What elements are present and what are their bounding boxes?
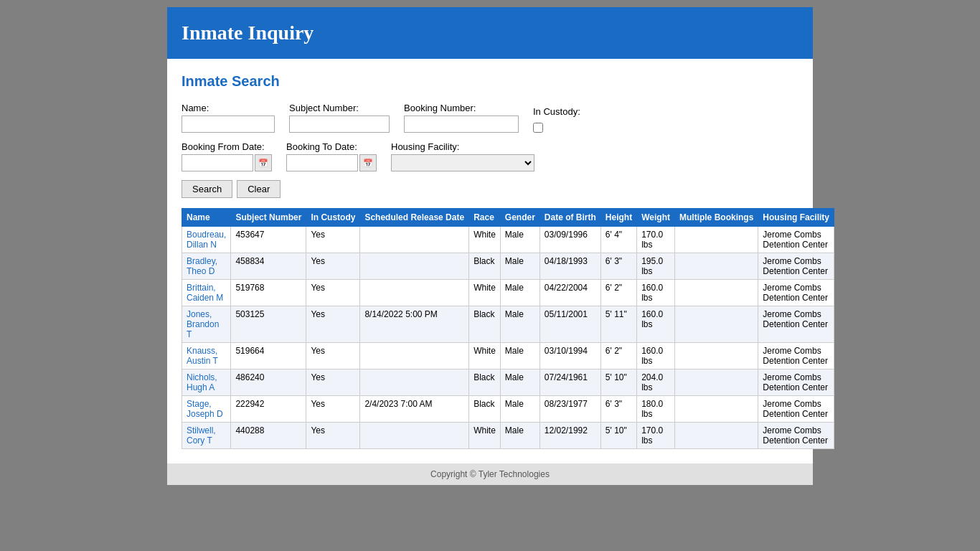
table-cell: 160.0 lbs [637, 280, 675, 306]
table-cell: 486240 [231, 369, 306, 396]
table-cell: Male [500, 280, 540, 306]
table-cell [674, 396, 758, 423]
table-cell[interactable]: Bradley, Theo D [182, 253, 231, 280]
table-cell: 160.0 lbs [637, 343, 675, 369]
table-cell[interactable]: Stilwell, Cory T [182, 423, 231, 449]
housing-facility-group: Housing Facility: Jerome Combs Detention… [391, 141, 534, 171]
footer: Copyright © Tyler Technologies [167, 463, 813, 485]
form-buttons: Search Clear [182, 180, 798, 198]
in-custody-label: In Custody: [533, 106, 580, 117]
inmate-name-link[interactable]: Nichols, Hugh A [187, 372, 217, 392]
table-row: Bradley, Theo D458834YesBlackMale04/18/1… [182, 253, 834, 280]
table-row: Boudreau, Dillan N453647YesWhiteMale03/0… [182, 227, 834, 253]
table-cell: 170.0 lbs [637, 227, 675, 253]
search-button[interactable]: Search [182, 180, 232, 198]
table-cell: White [469, 343, 501, 369]
inmate-name-link[interactable]: Knauss, Austin T [187, 346, 218, 366]
page-title: Inmate Search [182, 73, 798, 90]
table-cell: 6' 3" [600, 396, 636, 423]
inmate-name-link[interactable]: Bradley, Theo D [187, 256, 217, 276]
table-cell: 458834 [231, 253, 306, 280]
table-cell[interactable]: Stage, Joseph D [182, 396, 231, 423]
col-subject-number: Subject Number [231, 209, 306, 227]
housing-facility-label: Housing Facility: [391, 141, 534, 152]
table-cell [674, 227, 758, 253]
table-cell: Yes [306, 280, 360, 306]
table-cell: Yes [306, 253, 360, 280]
col-scheduled-release: Scheduled Release Date [360, 209, 469, 227]
app-header: Inmate Inquiry [167, 7, 813, 59]
table-cell: White [469, 423, 501, 449]
inmate-name-link[interactable]: Stilwell, Cory T [187, 425, 216, 446]
table-cell: Jerome Combs Detention Center [758, 396, 834, 423]
table-cell: 204.0 lbs [637, 369, 675, 396]
booking-to-label: Booking To Date: [286, 141, 377, 152]
table-cell[interactable]: Knauss, Austin T [182, 343, 231, 369]
table-header-row: Name Subject Number In Custody Scheduled… [182, 209, 834, 227]
col-gender: Gender [500, 209, 540, 227]
table-cell: Jerome Combs Detention Center [758, 227, 834, 253]
inmate-name-link[interactable]: Stage, Joseph D [187, 399, 223, 419]
table-cell: 170.0 lbs [637, 423, 675, 449]
booking-from-input[interactable]: 08/12/2022 [182, 154, 253, 171]
table-cell[interactable]: Nichols, Hugh A [182, 369, 231, 396]
table-cell: 6' 3" [600, 253, 636, 280]
table-cell [674, 280, 758, 306]
table-cell: Black [469, 369, 501, 396]
subject-number-input[interactable] [289, 116, 390, 133]
table-cell: 05/11/2001 [540, 306, 600, 343]
in-custody-checkbox[interactable] [533, 123, 543, 133]
col-name: Name [182, 209, 231, 227]
table-cell [360, 253, 469, 280]
table-cell: Male [500, 227, 540, 253]
table-cell [674, 369, 758, 396]
table-cell: 440288 [231, 423, 306, 449]
table-cell: White [469, 280, 501, 306]
table-cell [674, 423, 758, 449]
table-cell: 8/14/2022 5:00 PM [360, 306, 469, 343]
table-row: Jones, Brandon T503125Yes8/14/2022 5:00 … [182, 306, 834, 343]
table-row: Stage, Joseph D222942Yes2/4/2023 7:00 AM… [182, 396, 834, 423]
table-cell: 6' 4" [600, 227, 636, 253]
booking-from-calendar-button[interactable]: 📅 [255, 154, 272, 171]
booking-number-input[interactable] [404, 116, 519, 133]
col-dob: Date of Birth [540, 209, 600, 227]
table-cell [360, 280, 469, 306]
inmate-name-link[interactable]: Jones, Brandon T [187, 309, 219, 339]
inmate-name-link[interactable]: Brittain, Caiden M [187, 283, 223, 303]
table-cell: 04/22/2004 [540, 280, 600, 306]
inmate-name-link[interactable]: Boudreau, Dillan N [187, 230, 226, 250]
booking-to-group: Booking To Date: 08/13/2022 📅 [286, 141, 377, 171]
clear-button[interactable]: Clear [237, 180, 281, 198]
table-row: Nichols, Hugh A486240YesBlackMale07/24/1… [182, 369, 834, 396]
table-cell [360, 227, 469, 253]
table-cell: 519768 [231, 280, 306, 306]
table-cell: Male [500, 253, 540, 280]
col-height: Height [600, 209, 636, 227]
table-cell: Yes [306, 396, 360, 423]
table-cell: Jerome Combs Detention Center [758, 280, 834, 306]
col-weight: Weight [637, 209, 675, 227]
table-cell: 5' 10" [600, 369, 636, 396]
table-cell: 04/18/1993 [540, 253, 600, 280]
booking-to-calendar-button[interactable]: 📅 [359, 154, 377, 171]
booking-number-label: Booking Number: [404, 103, 519, 113]
table-cell: Jerome Combs Detention Center [758, 369, 834, 396]
name-input[interactable] [182, 116, 275, 133]
table-cell: 5' 11" [600, 306, 636, 343]
col-multiple-bookings: Multiple Bookings [674, 209, 758, 227]
table-cell: Yes [306, 306, 360, 343]
booking-number-group: Booking Number: [404, 103, 519, 133]
footer-text: Copyright © Tyler Technologies [430, 469, 550, 479]
table-cell: Male [500, 306, 540, 343]
col-in-custody: In Custody [306, 209, 360, 227]
col-race: Race [469, 209, 501, 227]
table-cell[interactable]: Brittain, Caiden M [182, 280, 231, 306]
results-table: Name Subject Number In Custody Scheduled… [182, 208, 834, 449]
table-cell: Yes [306, 369, 360, 396]
housing-facility-select[interactable]: Jerome Combs Detention Center [391, 154, 534, 171]
table-cell[interactable]: Boudreau, Dillan N [182, 227, 231, 253]
booking-to-input[interactable]: 08/13/2022 [286, 154, 358, 171]
table-cell: Male [500, 396, 540, 423]
table-cell[interactable]: Jones, Brandon T [182, 306, 231, 343]
